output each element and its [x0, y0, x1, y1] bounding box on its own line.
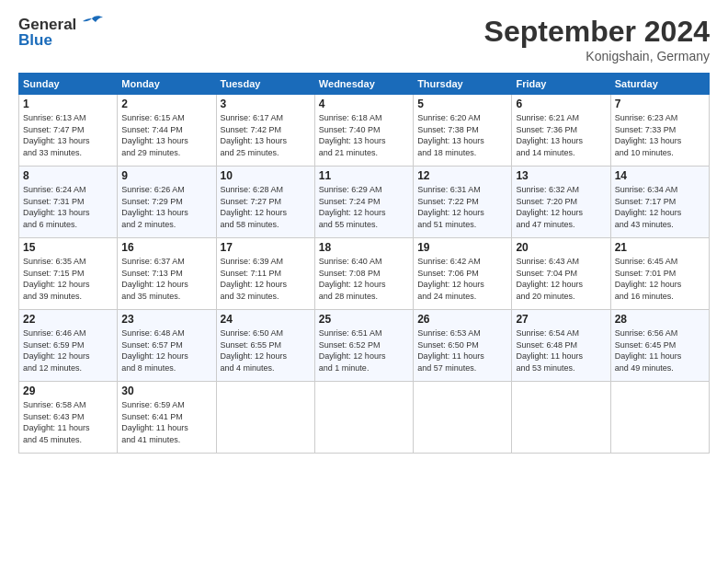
day-detail: Sunrise: 6:42 AM Sunset: 7:06 PM Dayligh… — [417, 256, 507, 302]
day-detail: Sunrise: 6:21 AM Sunset: 7:36 PM Dayligh… — [516, 112, 606, 158]
col-tuesday: Tuesday — [216, 74, 314, 95]
page: General Blue September 2024 Konigshain, … — [0, 0, 728, 563]
day-number: 21 — [615, 241, 705, 254]
day-detail: Sunrise: 6:59 AM Sunset: 6:41 PM Dayligh… — [121, 399, 211, 445]
day-number: 17 — [221, 241, 311, 254]
calendar-cell: 10Sunrise: 6:28 AM Sunset: 7:27 PM Dayli… — [216, 167, 314, 238]
day-number: 29 — [23, 385, 113, 397]
calendar-cell: 3Sunrise: 6:17 AM Sunset: 7:42 PM Daylig… — [216, 95, 314, 167]
calendar-cell: 15Sunrise: 6:35 AM Sunset: 7:15 PM Dayli… — [19, 238, 118, 310]
day-detail: Sunrise: 6:46 AM Sunset: 6:59 PM Dayligh… — [23, 327, 113, 373]
calendar-cell: 17Sunrise: 6:39 AM Sunset: 7:11 PM Dayli… — [216, 238, 314, 310]
day-detail: Sunrise: 6:28 AM Sunset: 7:27 PM Dayligh… — [221, 184, 311, 230]
day-number: 9 — [121, 169, 211, 182]
day-number: 8 — [23, 169, 113, 182]
day-detail: Sunrise: 6:45 AM Sunset: 7:01 PM Dayligh… — [615, 256, 705, 302]
calendar-cell: 26Sunrise: 6:53 AM Sunset: 6:50 PM Dayli… — [414, 310, 512, 382]
calendar-cell: 25Sunrise: 6:51 AM Sunset: 6:52 PM Dayli… — [314, 310, 413, 382]
day-number: 20 — [516, 241, 606, 254]
day-number: 25 — [319, 313, 409, 326]
day-number: 24 — [221, 313, 311, 326]
day-number: 7 — [615, 98, 705, 110]
calendar-cell: 16Sunrise: 6:37 AM Sunset: 7:13 PM Dayli… — [118, 238, 216, 310]
day-number: 10 — [221, 169, 311, 182]
calendar-cell: 6Sunrise: 6:21 AM Sunset: 7:36 PM Daylig… — [512, 95, 610, 167]
col-friday: Friday — [512, 74, 610, 95]
calendar-cell: 8Sunrise: 6:24 AM Sunset: 7:31 PM Daylig… — [19, 167, 118, 238]
calendar-cell: 18Sunrise: 6:40 AM Sunset: 7:08 PM Dayli… — [314, 238, 413, 310]
location: Konigshain, Germany — [484, 49, 710, 63]
calendar-cell: 21Sunrise: 6:45 AM Sunset: 7:01 PM Dayli… — [610, 238, 709, 310]
day-detail: Sunrise: 6:32 AM Sunset: 7:20 PM Dayligh… — [516, 184, 606, 230]
day-number: 2 — [121, 98, 211, 110]
day-number: 22 — [23, 313, 113, 326]
calendar-cell: 4Sunrise: 6:18 AM Sunset: 7:40 PM Daylig… — [314, 95, 413, 167]
calendar-cell: 30Sunrise: 6:59 AM Sunset: 6:41 PM Dayli… — [118, 382, 216, 454]
col-wednesday: Wednesday — [314, 74, 413, 95]
day-detail: Sunrise: 6:18 AM Sunset: 7:40 PM Dayligh… — [319, 112, 409, 158]
day-number: 6 — [516, 98, 606, 110]
day-number: 26 — [417, 313, 507, 326]
day-detail: Sunrise: 6:35 AM Sunset: 7:15 PM Dayligh… — [23, 256, 113, 302]
logo-bird-icon — [79, 15, 105, 35]
calendar-cell — [512, 382, 610, 454]
calendar-week-4: 22Sunrise: 6:46 AM Sunset: 6:59 PM Dayli… — [19, 310, 710, 382]
col-sunday: Sunday — [19, 74, 118, 95]
calendar-cell — [414, 382, 512, 454]
calendar-cell: 24Sunrise: 6:50 AM Sunset: 6:55 PM Dayli… — [216, 310, 314, 382]
day-number: 27 — [516, 313, 606, 326]
day-number: 16 — [121, 241, 211, 254]
logo-text-blue: Blue — [18, 31, 52, 50]
day-detail: Sunrise: 6:17 AM Sunset: 7:42 PM Dayligh… — [221, 112, 311, 158]
calendar-table: Sunday Monday Tuesday Wednesday Thursday… — [18, 73, 710, 454]
day-number: 30 — [121, 385, 211, 397]
calendar-cell: 12Sunrise: 6:31 AM Sunset: 7:22 PM Dayli… — [414, 167, 512, 238]
day-detail: Sunrise: 6:20 AM Sunset: 7:38 PM Dayligh… — [417, 112, 507, 158]
day-detail: Sunrise: 6:29 AM Sunset: 7:24 PM Dayligh… — [319, 184, 409, 230]
day-detail: Sunrise: 6:34 AM Sunset: 7:17 PM Dayligh… — [615, 184, 705, 230]
day-number: 18 — [319, 241, 409, 254]
day-detail: Sunrise: 6:51 AM Sunset: 6:52 PM Dayligh… — [319, 327, 409, 373]
day-number: 28 — [615, 313, 705, 326]
calendar-cell: 22Sunrise: 6:46 AM Sunset: 6:59 PM Dayli… — [19, 310, 118, 382]
day-detail: Sunrise: 6:54 AM Sunset: 6:48 PM Dayligh… — [516, 327, 606, 373]
day-detail: Sunrise: 6:15 AM Sunset: 7:44 PM Dayligh… — [121, 112, 211, 158]
day-detail: Sunrise: 6:39 AM Sunset: 7:11 PM Dayligh… — [221, 256, 311, 302]
day-detail: Sunrise: 6:23 AM Sunset: 7:33 PM Dayligh… — [615, 112, 705, 158]
col-saturday: Saturday — [610, 74, 709, 95]
logo: General Blue — [18, 15, 105, 50]
day-number: 11 — [319, 169, 409, 182]
day-number: 23 — [121, 313, 211, 326]
day-detail: Sunrise: 6:50 AM Sunset: 6:55 PM Dayligh… — [221, 327, 311, 373]
calendar-cell: 13Sunrise: 6:32 AM Sunset: 7:20 PM Dayli… — [512, 167, 610, 238]
day-detail: Sunrise: 6:58 AM Sunset: 6:43 PM Dayligh… — [23, 399, 113, 445]
calendar-header-row: Sunday Monday Tuesday Wednesday Thursday… — [19, 74, 710, 95]
day-number: 3 — [221, 98, 311, 110]
calendar-cell: 28Sunrise: 6:56 AM Sunset: 6:45 PM Dayli… — [610, 310, 709, 382]
day-detail: Sunrise: 6:37 AM Sunset: 7:13 PM Dayligh… — [121, 256, 211, 302]
calendar-cell: 29Sunrise: 6:58 AM Sunset: 6:43 PM Dayli… — [19, 382, 118, 454]
calendar-cell: 11Sunrise: 6:29 AM Sunset: 7:24 PM Dayli… — [314, 167, 413, 238]
calendar-cell: 1Sunrise: 6:13 AM Sunset: 7:47 PM Daylig… — [19, 95, 118, 167]
calendar-cell: 20Sunrise: 6:43 AM Sunset: 7:04 PM Dayli… — [512, 238, 610, 310]
day-number: 19 — [417, 241, 507, 254]
calendar-cell: 2Sunrise: 6:15 AM Sunset: 7:44 PM Daylig… — [118, 95, 216, 167]
day-detail: Sunrise: 6:24 AM Sunset: 7:31 PM Dayligh… — [23, 184, 113, 230]
day-detail: Sunrise: 6:48 AM Sunset: 6:57 PM Dayligh… — [121, 327, 211, 373]
day-number: 5 — [417, 98, 507, 110]
calendar-week-1: 1Sunrise: 6:13 AM Sunset: 7:47 PM Daylig… — [19, 95, 710, 167]
calendar-week-3: 15Sunrise: 6:35 AM Sunset: 7:15 PM Dayli… — [19, 238, 710, 310]
calendar-week-5: 29Sunrise: 6:58 AM Sunset: 6:43 PM Dayli… — [19, 382, 710, 454]
calendar-cell: 5Sunrise: 6:20 AM Sunset: 7:38 PM Daylig… — [414, 95, 512, 167]
day-detail: Sunrise: 6:31 AM Sunset: 7:22 PM Dayligh… — [417, 184, 507, 230]
day-number: 15 — [23, 241, 113, 254]
calendar-cell: 14Sunrise: 6:34 AM Sunset: 7:17 PM Dayli… — [610, 167, 709, 238]
calendar-cell: 7Sunrise: 6:23 AM Sunset: 7:33 PM Daylig… — [610, 95, 709, 167]
day-number: 12 — [417, 169, 507, 182]
day-detail: Sunrise: 6:13 AM Sunset: 7:47 PM Dayligh… — [23, 112, 113, 158]
calendar-cell — [314, 382, 413, 454]
header: General Blue September 2024 Konigshain, … — [18, 15, 710, 63]
day-number: 13 — [516, 169, 606, 182]
title-block: September 2024 Konigshain, Germany — [484, 15, 710, 63]
day-number: 14 — [615, 169, 705, 182]
